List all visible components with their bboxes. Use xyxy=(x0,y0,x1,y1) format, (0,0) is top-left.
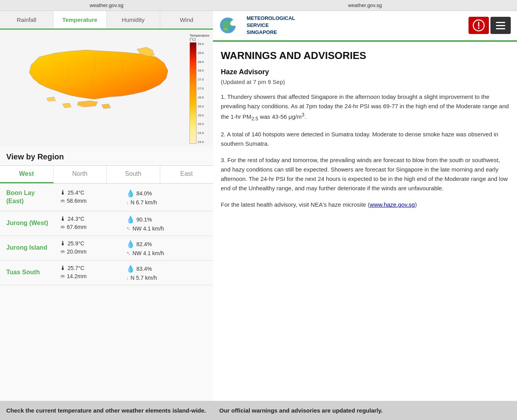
station-row-jurong-west: Jurong (West) 🌡 24.3°C 🌧 67.6mm xyxy=(0,211,213,236)
rain-icon-2: 🌧 xyxy=(60,224,65,230)
singapore-map xyxy=(8,34,184,143)
station-row-tuas-south: Tuas South 🌡 25.7°C 🌧 14.2mm xyxy=(0,261,213,285)
station-temp-rain-3: 🌡 25.9°C 🌧 20.0mm xyxy=(57,236,123,260)
rain-icon-4: 🌧 xyxy=(60,273,65,279)
wind-value-1: N 6.7 km/h xyxy=(131,199,157,206)
station-temp-rain-1: 🌡 25.4°C 🌧 58.6mm xyxy=(57,185,123,209)
thermometer-icon-2: 🌡 xyxy=(60,215,66,222)
region-tab-west[interactable]: West xyxy=(0,166,54,183)
alert-circle-icon xyxy=(472,19,485,32)
advisory-updated: (Updated at 7 pm 9 Sep) xyxy=(221,79,509,85)
humidity-icon-4: 💧 xyxy=(126,265,135,273)
mss-header: MeteorologicalServiceSingapore xyxy=(213,11,517,42)
svg-point-3 xyxy=(230,21,236,26)
thermometer-icon-4: 🌡 xyxy=(60,265,66,272)
haze-link[interactable]: www.haze.gov.sg xyxy=(370,201,415,208)
left-panel: weather.gov.sg Rainfall Temperature Humi… xyxy=(0,0,213,420)
advisory-para-2: 2. A total of 140 hotspots were detected… xyxy=(221,130,509,148)
station-data-boon-lay: 🌡 25.4°C 🌧 58.6mm 💧 84.0% xyxy=(57,185,213,209)
station-name-tuas-south: Tuas South xyxy=(0,263,57,282)
tab-rainfall[interactable]: Rainfall xyxy=(0,11,54,29)
humidity-icon-2: 💧 xyxy=(126,215,135,224)
menu-line-3 xyxy=(496,28,505,29)
rain-value-1: 58.6mm xyxy=(67,198,87,204)
left-caption-bar: Check the current temperature and other … xyxy=(0,401,213,420)
warnings-title: WARNINGS AND ADVISORIES xyxy=(221,50,509,62)
mss-buttons xyxy=(469,17,511,34)
station-humid-wind-1: 💧 84.0% ↓ N 6.7 km/h xyxy=(123,185,213,209)
wind-arrow-icon-3: ↖ xyxy=(126,250,131,256)
station-name-jurong-island: Jurong Island xyxy=(0,238,57,257)
rain-value-2: 67.6mm xyxy=(67,224,87,230)
station-data-jurong-island: 🌡 25.9°C 🌧 20.0mm 💧 82.4% xyxy=(57,236,213,260)
menu-line-2 xyxy=(496,25,505,26)
region-tab-north[interactable]: North xyxy=(54,166,107,183)
tab-wind[interactable]: Wind xyxy=(160,11,213,29)
wind-value-2: NW 4.1 km/h xyxy=(132,225,164,232)
view-region-section: View by Region West North South East Boo… xyxy=(0,147,213,401)
wind-arrow-icon-4: ↓ xyxy=(126,275,129,281)
region-tab-east[interactable]: East xyxy=(160,166,213,183)
station-temp-rain-2: 🌡 24.3°C 🌧 67.6mm xyxy=(57,211,123,236)
station-list: Boon Lay (East) 🌡 25.4°C 🌧 58.6mm xyxy=(0,184,213,285)
left-caption-text: Check the current temperature and other … xyxy=(6,406,207,415)
legend-title: Temperature (°C) xyxy=(190,34,211,41)
station-humid-wind-2: 💧 90.1% ↖ NW 4.1 km/h xyxy=(123,211,213,236)
station-name-jurong-west: Jurong (West) xyxy=(0,214,57,233)
warnings-content: WARNINGS AND ADVISORIES Haze Advisory (U… xyxy=(213,42,517,401)
left-url-bar: weather.gov.sg xyxy=(0,0,213,11)
station-data-tuas-south: 🌡 25.7°C 🌧 14.2mm 💧 83.4% xyxy=(57,261,213,285)
station-humid-wind-3: 💧 82.4% ↖ NW 4.1 km/h xyxy=(123,236,213,260)
rain-icon-1: 🌧 xyxy=(60,198,65,204)
region-tab-south[interactable]: South xyxy=(107,166,160,183)
menu-line-1 xyxy=(496,22,505,23)
station-temp-rain-4: 🌡 25.7°C 🌧 14.2mm xyxy=(57,261,123,285)
humidity-value-4: 83.4% xyxy=(136,266,152,272)
view-region-title: View by Region xyxy=(0,147,213,165)
rain-value-4: 14.2mm xyxy=(67,273,87,279)
rain-icon-3: 🌧 xyxy=(60,248,65,255)
advisory-para-4: For the latest health advisory, visit NE… xyxy=(221,200,509,209)
thermometer-icon-1: 🌡 xyxy=(60,189,66,196)
station-row-jurong-island: Jurong Island 🌡 25.9°C 🌧 20.0mm xyxy=(0,236,213,261)
temp-value-2: 24.3°C xyxy=(68,216,84,222)
right-url-bar: weather.gov.sg xyxy=(213,0,517,11)
station-name-boon-lay: Boon Lay (East) xyxy=(0,184,57,211)
tab-temperature[interactable]: Temperature xyxy=(54,11,107,29)
mss-globe-icon xyxy=(219,16,243,35)
temperature-legend: Temperature (°C) 29.5 29.0 28.5 28.0 27.… xyxy=(190,34,211,144)
svg-point-7 xyxy=(478,27,479,29)
temp-value-3: 25.9°C xyxy=(68,240,84,247)
region-tabs-row: West North South East xyxy=(0,165,213,184)
humidity-value-2: 90.1% xyxy=(136,216,152,223)
advisory-para-1: 1. Thundery showers that affected Singap… xyxy=(221,92,509,123)
temp-value-4: 25.7°C xyxy=(68,265,84,271)
tab-bar: Rainfall Temperature Humidity Wind xyxy=(0,11,213,30)
advisory-title: Haze Advisory xyxy=(221,68,509,76)
station-data-jurong-west: 🌡 24.3°C 🌧 67.6mm 💧 90.1% xyxy=(57,211,213,236)
advisory-para-3: 3. For the rest of today and tomorrow, t… xyxy=(221,155,509,193)
alert-button[interactable] xyxy=(469,17,489,34)
humidity-icon-3: 💧 xyxy=(126,240,135,248)
humidity-icon-1: 💧 xyxy=(126,189,135,198)
mss-logo-area: MeteorologicalServiceSingapore xyxy=(219,15,295,36)
wind-value-3: NW 4.1 km/h xyxy=(132,250,164,256)
wind-arrow-icon-2: ↖ xyxy=(126,225,131,232)
rain-value-3: 20.0mm xyxy=(67,248,87,255)
right-panel: weather.gov.sg MeteorologicalServiceSing… xyxy=(213,0,517,420)
right-caption-text: Our official warnings and advisories are… xyxy=(219,406,511,415)
station-row-boon-lay: Boon Lay (East) 🌡 25.4°C 🌧 58.6mm xyxy=(0,184,213,211)
humidity-value-3: 82.4% xyxy=(136,241,152,247)
humidity-value-1: 84.0% xyxy=(136,190,152,197)
right-url-text: weather.gov.sg xyxy=(348,2,382,8)
left-url-text: weather.gov.sg xyxy=(89,2,123,8)
svg-point-4 xyxy=(236,21,242,25)
tab-humidity[interactable]: Humidity xyxy=(107,11,160,29)
temp-value-1: 25.4°C xyxy=(68,189,84,196)
wind-arrow-icon-1: ↓ xyxy=(126,199,129,206)
wind-value-4: N 5.7 km/h xyxy=(131,275,157,281)
station-humid-wind-4: 💧 83.4% ↓ N 5.7 km/h xyxy=(123,261,213,285)
menu-button[interactable] xyxy=(490,17,511,34)
right-caption-bar: Our official warnings and advisories are… xyxy=(213,401,517,420)
thermometer-icon-3: 🌡 xyxy=(60,240,66,247)
